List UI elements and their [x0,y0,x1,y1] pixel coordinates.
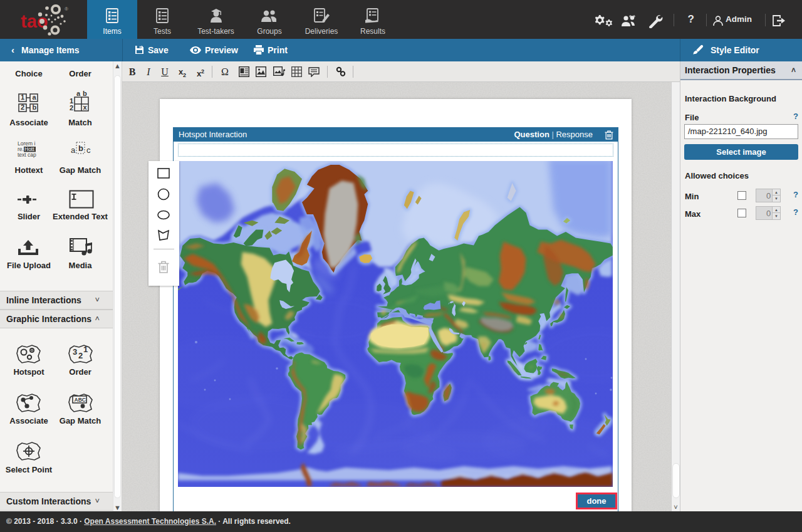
svg-text:text cap: text cap [18,152,36,158]
svg-text:x: x [83,103,88,111]
svg-text:a: a [71,145,76,155]
svg-text:b: b [33,103,37,111]
svg-text:2: 2 [21,103,24,111]
svg-text:1: 1 [83,345,88,354]
svg-text:1: 1 [21,93,24,101]
svg-text:a: a [76,90,81,97]
svg-text:b: b [83,90,87,97]
svg-text:a: a [33,93,37,101]
svg-text:2: 2 [70,104,73,112]
svg-text:®: ® [65,6,68,12]
svg-text:ABC: ABC [75,397,86,403]
svg-text:2: 2 [78,351,83,360]
svg-text:c: c [86,145,91,155]
svg-text:3: 3 [73,347,77,357]
svg-text:b: b [78,143,83,153]
